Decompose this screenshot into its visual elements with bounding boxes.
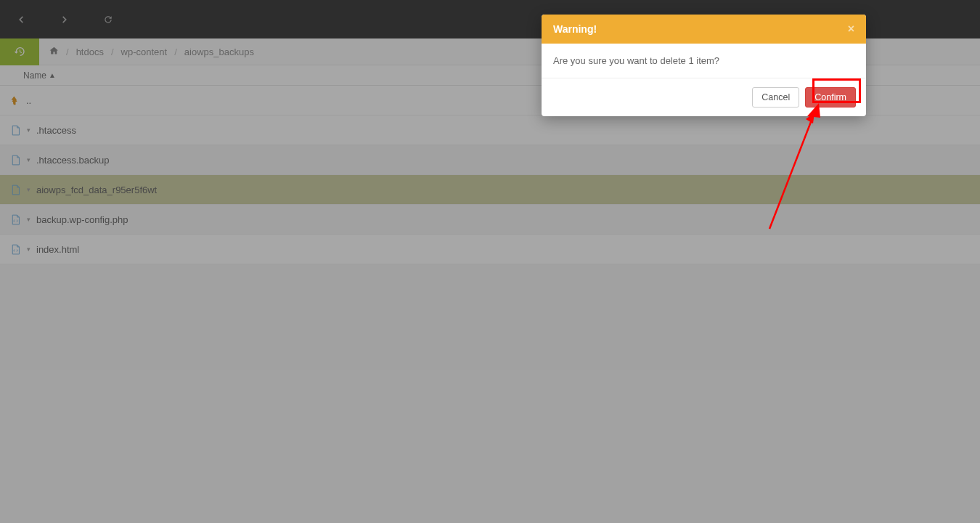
confirm-button[interactable]: Confirm: [805, 87, 856, 108]
modal-header: Warning! ×: [542, 15, 866, 44]
warning-modal: Warning! × Are you sure you want to dele…: [542, 15, 866, 116]
cancel-button[interactable]: Cancel: [752, 87, 799, 108]
modal-message: Are you sure you want to delete 1 item?: [553, 55, 719, 66]
modal-body: Are you sure you want to delete 1 item?: [542, 44, 866, 78]
modal-footer: Cancel Confirm: [542, 78, 866, 116]
modal-title: Warning!: [553, 23, 597, 35]
close-icon[interactable]: ×: [848, 23, 854, 35]
